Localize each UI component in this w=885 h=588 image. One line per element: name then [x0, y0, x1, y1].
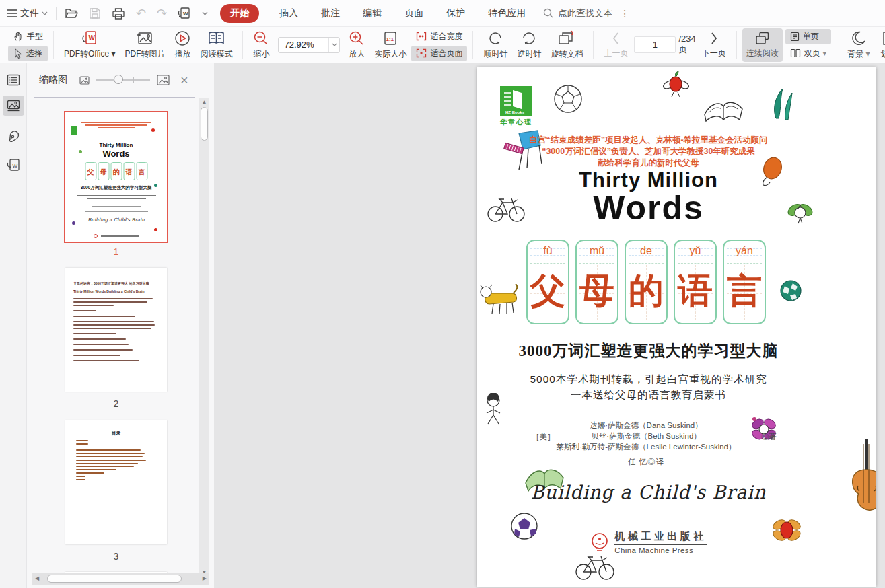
tab-edit[interactable]: 编辑	[356, 5, 388, 22]
double-page-label: 双页 ▾	[804, 48, 826, 59]
thumbnail-page-2[interactable]: 父母的语言：3000万词汇塑造更强大 的学习型大脑 Thirty Million…	[65, 268, 167, 392]
play-button[interactable]: 播放	[170, 29, 195, 61]
thumbnail-panel-button[interactable]	[3, 96, 24, 116]
quickbar-more-icon[interactable]	[202, 11, 208, 15]
continuous-reading-icon	[754, 31, 771, 46]
flashcard-mu: mǔ母	[575, 240, 618, 324]
tab-annotate[interactable]: 批注	[314, 5, 347, 22]
zoom-in-icon	[349, 30, 365, 46]
background-button[interactable]: 背景 ▾	[843, 29, 874, 61]
zoom-dropdown-icon[interactable]	[328, 38, 339, 52]
zoom-out-label: 缩小	[253, 48, 269, 60]
search-options-icon[interactable]: ⋮	[620, 8, 629, 19]
play-icon	[174, 30, 190, 46]
select-tool-button[interactable]: 选择	[8, 46, 48, 61]
scroll-right-icon[interactable]: ▶	[203, 575, 207, 581]
fit-width-button[interactable]: 适合宽度	[411, 29, 467, 44]
thumbnail-horizontal-scrollbar[interactable]: ◀ ▶	[32, 573, 209, 585]
panel-title: 缩略图	[39, 74, 67, 86]
zoom-out-button[interactable]: 缩小	[248, 29, 274, 61]
document-viewer[interactable]: HZ Books 华章心理 白宫“结束成绩差距”项目发起人、克林顿-希	[214, 63, 885, 588]
scroll-left-icon[interactable]: ◀	[35, 575, 39, 581]
previous-page-button[interactable]: 上一页	[599, 30, 633, 61]
author-name-1: 达娜·萨斯金德（Dana Suskind）	[525, 420, 767, 431]
cover-taglines: 白宫“结束成绩差距”项目发起人、克林顿-希拉里基金会活动顾问 “3000万词汇倡…	[477, 135, 820, 169]
save-icon[interactable]	[89, 7, 101, 20]
large-thumbnail-icon[interactable]	[157, 75, 170, 85]
thumbnail-size-slider[interactable]	[96, 79, 150, 81]
publisher-name-en: China Machine Press	[614, 546, 707, 554]
rotate-clockwise-button[interactable]: 顺时针	[479, 29, 512, 61]
cover-title-en: Thirty Million Words	[477, 168, 820, 227]
rotate-document-button[interactable]: 旋转文档	[546, 29, 588, 61]
svg-text:1:1: 1:1	[386, 36, 394, 42]
pdf-to-image-button[interactable]: PDF转图片	[120, 29, 170, 61]
translator: 任 忆◎译	[525, 456, 767, 467]
fit-page-button[interactable]: 适合页面	[411, 46, 467, 61]
find-text-box[interactable]: 点此查找文本 ⋮	[543, 7, 629, 20]
page-label-1[interactable]: 1	[65, 246, 167, 257]
desc-line2: 一本送给父母的语言教育启蒙书	[477, 387, 820, 402]
word-select-button[interactable]: T 划词	[876, 29, 885, 61]
svg-text:HZ Books: HZ Books	[505, 110, 525, 114]
ribbon-tabs: 开始 插入 批注 编辑 页面 保护 特色应用	[208, 4, 532, 23]
word-select-label: 划词	[881, 48, 885, 60]
page-number-input[interactable]	[634, 36, 676, 53]
chevron-down-icon	[42, 11, 48, 15]
cover-subtitle: 3000万词汇塑造更强大的学习型大脑	[477, 340, 820, 361]
thumbnail-page-3[interactable]: 目录	[65, 420, 167, 544]
double-page-button[interactable]: 双页 ▾	[785, 46, 831, 61]
export-panel-button[interactable]: W	[3, 155, 24, 175]
actual-size-button[interactable]: 1:1 实际大小	[369, 29, 411, 61]
vertical-scroll-thumb[interactable]	[201, 107, 208, 141]
doodle-green-leaves	[771, 86, 793, 120]
small-thumbnail-icon[interactable]	[79, 76, 90, 85]
cursor-icon	[13, 48, 23, 59]
tab-protect[interactable]: 保护	[439, 5, 472, 22]
tab-special-apps[interactable]: 特色应用	[481, 5, 532, 22]
horizontal-scroll-thumb[interactable]	[47, 575, 182, 583]
zoom-level-combobox[interactable]: 72.92%	[278, 37, 340, 53]
pdf-to-office-button[interactable]: W PDF转Office ▾	[59, 29, 120, 61]
tab-home[interactable]: 开始	[220, 4, 259, 23]
close-panel-icon[interactable]: ×	[180, 73, 188, 87]
open-file-icon[interactable]	[65, 7, 78, 20]
doodle-violin	[849, 439, 876, 516]
thumbnail-page-1[interactable]: Thirty Million Words 父 母 的 语 言 3000万词汇塑造…	[65, 112, 167, 242]
slider-knob[interactable]	[114, 75, 123, 84]
undo-icon[interactable]: ↶	[136, 6, 146, 21]
next-page-button[interactable]: 下一页	[697, 30, 731, 61]
single-page-button[interactable]: 单页	[785, 29, 831, 44]
print-icon[interactable]	[112, 7, 125, 20]
desc-line1: 5000本学术期刊转载，引起白宫重视的学术研究	[477, 371, 820, 387]
publisher-logo	[590, 532, 609, 552]
page-label-2[interactable]: 2	[65, 398, 167, 409]
hand-tool-button[interactable]: 手型	[8, 29, 48, 44]
continuous-reading-button[interactable]: 连续阅读	[742, 28, 783, 62]
read-mode-label: 阅读模式	[200, 48, 232, 60]
tab-page[interactable]: 页面	[398, 5, 430, 22]
read-mode-button[interactable]: 阅读模式	[195, 29, 237, 61]
file-menu[interactable]: 文件	[7, 7, 48, 20]
rotate-counterclockwise-button[interactable]: 逆时针	[512, 29, 546, 61]
export-to-word-icon[interactable]: W	[178, 7, 191, 20]
tagline-3: 献给科学育儿的新时代父母	[477, 157, 820, 169]
doodle-teal-ball	[779, 279, 802, 302]
thumbnail-vertical-scrollbar[interactable]: ▲ ▼	[199, 98, 209, 577]
mini-subtitle: 3000万词汇塑造更强大的学习型大脑	[65, 185, 167, 191]
zoom-level-value: 72.92%	[279, 40, 328, 50]
previous-page-icon	[611, 31, 621, 46]
zoom-in-button[interactable]: 放大	[344, 29, 369, 61]
page-label-3[interactable]: 3	[65, 551, 167, 562]
content-area: W 缩略图 × Thirty Million Words	[0, 63, 885, 588]
tab-insert[interactable]: 插入	[273, 5, 305, 22]
page-total-label: /234页	[678, 34, 695, 56]
title-en-line2: Words	[477, 188, 820, 227]
flashcard-fu: fù父	[526, 240, 569, 324]
redo-icon[interactable]: ↷	[157, 6, 167, 21]
scroll-up-icon[interactable]: ▲	[199, 99, 209, 105]
annotation-panel-button[interactable]	[3, 125, 24, 145]
thumbnail-panel: 缩略图 × Thirty Million Words 父 母	[27, 63, 214, 588]
cover-authors: ［美］ 达娜·萨斯金德（Dana Suskind） 贝丝·萨斯金德（Beth S…	[525, 420, 767, 467]
outline-panel-button[interactable]	[3, 70, 24, 90]
